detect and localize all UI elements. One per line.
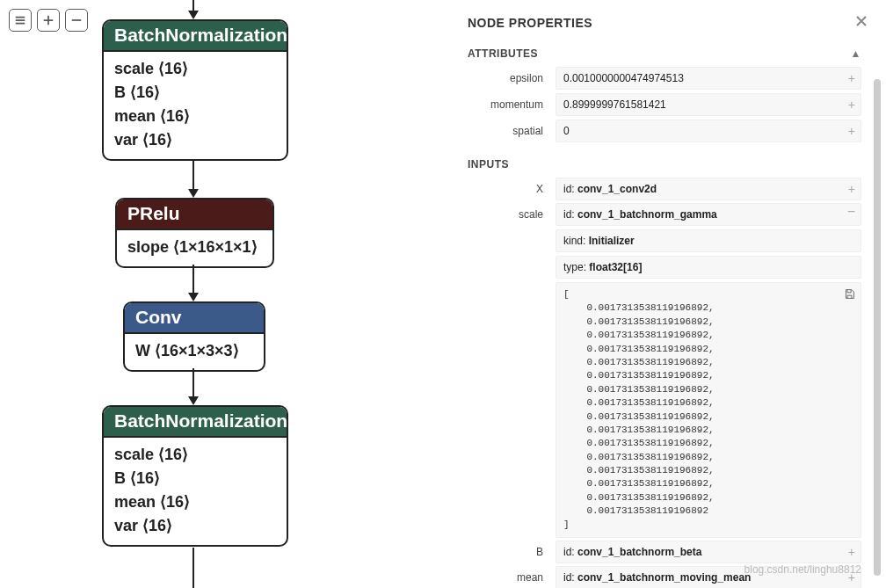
panel-title: NODE PROPERTIES: [468, 16, 861, 30]
input-kind: kind: Initializer: [556, 229, 861, 252]
attr-value[interactable]: 0 +: [556, 120, 861, 142]
node-title: PRelu: [117, 200, 272, 229]
model-graph-canvas[interactable]: BatchNormalization scale ⟨16⟩ B ⟨16⟩ mea…: [0, 0, 447, 588]
scrollbar[interactable]: [874, 79, 881, 576]
node-attrs: scale ⟨16⟩ B ⟨16⟩ mean ⟨16⟩ var ⟨16⟩: [104, 50, 287, 159]
expand-button[interactable]: +: [848, 545, 855, 559]
close-button[interactable]: [854, 14, 868, 32]
node-attrs: W ⟨16×1×3×3⟩: [125, 332, 264, 370]
attr-row-momentum: momentum 0.8999999761581421 +: [468, 93, 861, 116]
expand-button[interactable]: +: [848, 71, 855, 85]
input-row-x: X id: conv_1_conv2d +: [468, 178, 861, 200]
attr-row-spatial: spatial 0 +: [468, 120, 861, 142]
node-title: Conv: [125, 303, 264, 332]
node-properties-panel: NODE PROPERTIES ATTRIBUTES ▲ epsilon 0.0…: [447, 0, 886, 588]
expand-button[interactable]: +: [848, 98, 855, 112]
expand-button[interactable]: +: [848, 124, 855, 138]
expand-button[interactable]: +: [848, 182, 855, 196]
expand-button[interactable]: +: [848, 570, 855, 584]
graph-node-batchnormalization-2[interactable]: BatchNormalization scale ⟨16⟩ B ⟨16⟩ mea…: [102, 405, 288, 547]
menu-button[interactable]: [9, 9, 32, 32]
section-header-inputs[interactable]: INPUTS: [468, 158, 861, 171]
chevron-up-icon: ▲: [851, 47, 861, 60]
graph-node-prelu[interactable]: PRelu slope ⟨1×16×1×1⟩: [115, 198, 274, 268]
attr-value[interactable]: 0.0010000000474974513 +: [556, 67, 861, 90]
close-icon: [854, 14, 868, 28]
input-value[interactable]: id: conv_1_batchnorm_beta +: [556, 541, 861, 563]
node-attrs: scale ⟨16⟩ B ⟨16⟩ mean ⟨16⟩ var ⟨16⟩: [104, 436, 287, 545]
canvas-toolbar: [9, 9, 88, 32]
section-header-attributes[interactable]: ATTRIBUTES ▲: [468, 47, 861, 60]
input-row-mean: mean id: conv_1_batchnorm_moving_mean +: [468, 566, 861, 588]
hamburger-icon: [14, 14, 26, 26]
collapse-button[interactable]: −: [847, 207, 855, 216]
attributes-list: epsilon 0.0010000000474974513 + momentum…: [468, 67, 861, 142]
attr-row-epsilon: epsilon 0.0010000000474974513 +: [468, 67, 861, 90]
node-title: BatchNormalization: [104, 21, 287, 50]
input-row-scale: scale id: conv_1_batchnorm_gamma − kind:…: [468, 203, 861, 538]
input-row-b: B id: conv_1_batchnorm_beta +: [468, 541, 861, 563]
graph-node-batchnormalization-1[interactable]: BatchNormalization scale ⟨16⟩ B ⟨16⟩ mea…: [102, 19, 288, 161]
input-value[interactable]: id: conv_1_batchnorm_gamma −: [556, 203, 861, 226]
node-attrs: slope ⟨1×16×1×1⟩: [117, 229, 272, 266]
zoom-in-button[interactable]: [37, 9, 60, 32]
zoom-out-button[interactable]: [65, 9, 88, 32]
input-value[interactable]: id: conv_1_batchnorm_moving_mean +: [556, 566, 861, 588]
attr-value[interactable]: 0.8999999761581421 +: [556, 93, 861, 116]
inputs-list: X id: conv_1_conv2d + scale id: conv_1_b…: [468, 178, 861, 588]
input-value[interactable]: id: conv_1_conv2d +: [556, 178, 861, 200]
node-title: BatchNormalization: [104, 407, 287, 436]
save-tensor-button[interactable]: [844, 288, 855, 304]
floppy-disk-icon: [844, 288, 855, 300]
tensor-values: [ 0.0017313538119196892, 0.0017313538119…: [556, 282, 861, 538]
plus-icon: [42, 14, 54, 26]
minus-icon: [70, 14, 83, 26]
input-type: type: float32[16]: [556, 256, 861, 279]
graph-node-conv[interactable]: Conv W ⟨16×1×3×3⟩: [123, 301, 265, 372]
